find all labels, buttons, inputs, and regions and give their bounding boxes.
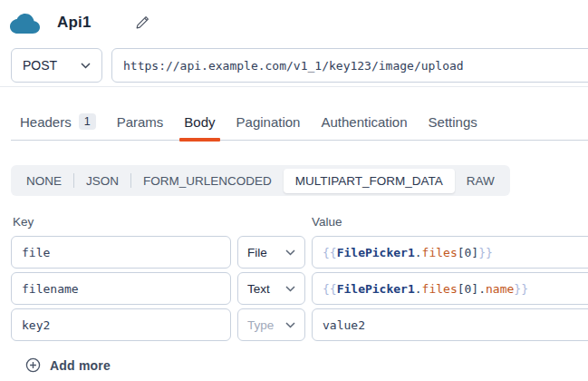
tab-label: Authentication	[321, 114, 407, 130]
type-select-value: File	[247, 246, 267, 259]
code-token-prop: files	[422, 282, 458, 296]
body-type-none[interactable]: NONE	[14, 169, 73, 193]
body-type-form_urlencoded[interactable]: FORM_URLENCODED	[131, 169, 284, 193]
code-token-plain: .	[415, 282, 422, 296]
tab-settings[interactable]: Settings	[429, 114, 477, 140]
type-select-value: Text	[247, 282, 270, 296]
tab-label: Headers	[20, 114, 72, 130]
active-tab-underline	[179, 138, 219, 142]
type-select[interactable]: Text	[237, 272, 305, 305]
tab-headers[interactable]: Headers 1	[20, 113, 96, 140]
chevron-down-icon	[81, 63, 91, 69]
body-type-json[interactable]: JSON	[74, 169, 130, 193]
form-row: File {{FilePicker1.files[0]}}	[11, 236, 588, 269]
code-token-plain: value2	[323, 318, 365, 332]
value-input[interactable]: value2	[312, 308, 588, 341]
code-token-prop: name	[486, 282, 514, 296]
section-divider	[0, 86, 588, 87]
request-bar: POST	[11, 48, 588, 83]
type-select-value: Type	[247, 318, 274, 332]
api-name: Api1	[57, 14, 92, 32]
http-method-select[interactable]: POST	[11, 48, 102, 83]
tab-label: Params	[117, 114, 164, 130]
tab-label: Settings	[429, 114, 477, 130]
chevron-down-icon	[285, 286, 295, 292]
code-token-brace: }}	[514, 282, 528, 296]
code-token-plain: .	[478, 282, 486, 296]
tab-label: Body	[184, 114, 215, 130]
type-select[interactable]: File	[237, 236, 305, 269]
cloud-icon	[9, 12, 42, 34]
url-input[interactable]	[111, 48, 588, 83]
tab-label: Pagination	[236, 114, 301, 130]
kv-header-row: Key Value	[0, 215, 588, 230]
add-more-label: Add more	[50, 358, 111, 373]
tab-authentication[interactable]: Authentication	[321, 114, 407, 140]
kv-rows: File {{FilePicker1.files[0]}} Text {{Fil…	[0, 236, 588, 341]
api-header: Api1	[9, 11, 588, 34]
key-input[interactable]	[11, 236, 231, 269]
key-input[interactable]	[11, 308, 231, 341]
value-column-header: Value	[312, 215, 342, 229]
tab-body[interactable]: Body	[184, 114, 215, 140]
body-type-switcher: NONE JSON FORM_URLENCODED MULTIPART_FORM…	[11, 165, 510, 196]
chevron-down-icon	[285, 249, 295, 256]
value-input[interactable]: {{FilePicker1.files[0].name}}	[312, 272, 588, 305]
code-token-brace: }}	[478, 246, 493, 259]
body-type-raw[interactable]: RAW	[455, 169, 506, 193]
code-token-brace: {{	[323, 246, 337, 259]
edit-name-button[interactable]	[133, 14, 151, 32]
value-input[interactable]: {{FilePicker1.files[0]}}	[312, 236, 588, 269]
code-token-plain: [0]	[458, 282, 478, 296]
tab-pagination[interactable]: Pagination	[236, 114, 301, 140]
add-more-button[interactable]: Add more	[25, 357, 111, 373]
code-token-plain: .	[415, 246, 422, 259]
tab-bar: Headers 1 Params Body Pagination Authent…	[11, 113, 588, 141]
plus-circle-icon	[25, 357, 41, 373]
chevron-down-icon	[285, 322, 295, 328]
code-token-entity: FilePicker1	[337, 246, 415, 259]
tab-params[interactable]: Params	[117, 114, 164, 140]
body-type-multipart_form_data[interactable]: MULTIPART_FORM_DATA	[284, 169, 455, 193]
pencil-icon	[134, 15, 150, 31]
tab-count-badge: 1	[79, 113, 96, 130]
form-row: Type value2	[11, 308, 588, 341]
http-method-value: POST	[23, 58, 57, 73]
key-input[interactable]	[11, 272, 231, 305]
code-token-prop: files	[422, 246, 458, 259]
key-column-header: Key	[13, 215, 34, 229]
code-token-plain: [0]	[458, 246, 478, 259]
form-row: Text {{FilePicker1.files[0].name}}	[11, 272, 588, 305]
type-select[interactable]: Type	[237, 308, 305, 341]
code-token-brace: {{	[323, 282, 337, 296]
code-token-entity: FilePicker1	[337, 282, 415, 296]
